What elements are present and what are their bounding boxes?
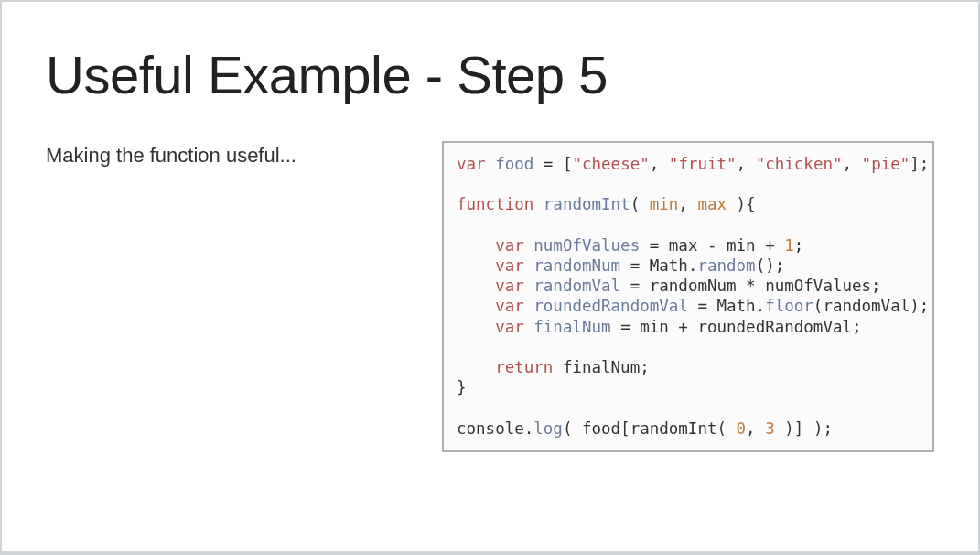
code-token: randomVal — [533, 277, 620, 295]
code-line: var roundedRandomVal = Math.floor(random… — [457, 296, 920, 316]
code-token: floor — [765, 297, 813, 315]
slide: Useful Example - Step 5 Making the funct… — [2, 2, 978, 551]
code-token: ]; — [910, 155, 929, 173]
code-line: console.log( food[randomInt( 0, 3 )] ); — [457, 419, 920, 439]
code-token: , — [843, 155, 862, 173]
code-token: var — [457, 236, 533, 255]
code-token: , — [737, 155, 756, 173]
code-line — [457, 214, 920, 234]
code-token — [457, 338, 467, 356]
code-token: "pie" — [862, 155, 910, 173]
content-row: Making the function useful... var food =… — [46, 141, 934, 452]
code-token: , — [650, 155, 669, 173]
slide-subtitle: Making the function useful... — [46, 141, 424, 169]
code-token — [457, 175, 467, 193]
code-token: randomNum — [533, 256, 620, 275]
code-line — [457, 337, 920, 357]
code-token: = Math. — [620, 256, 697, 275]
code-token: var — [457, 318, 533, 336]
code-token: console. — [457, 419, 533, 438]
code-line: } — [457, 377, 920, 397]
code-token: food — [495, 155, 533, 173]
code-token: = [ — [533, 155, 572, 173]
code-token: = min + roundedRandomVal; — [611, 318, 862, 336]
code-line: var food = ["cheese", "fruit", "chicken"… — [457, 154, 920, 174]
code-line — [457, 174, 920, 194]
code-token: min — [650, 195, 679, 213]
code-token: )] ); — [775, 419, 833, 438]
code-token: "cheese" — [572, 155, 649, 173]
code-token: = Math. — [688, 297, 765, 315]
code-block: var food = ["cheese", "fruit", "chicken"… — [442, 141, 934, 452]
code-token — [457, 215, 467, 234]
code-token: ; — [794, 236, 804, 255]
code-line: var randomVal = randomNum * numOfValues; — [457, 276, 920, 296]
code-token: 3 — [765, 419, 775, 438]
code-token: numOfValues — [533, 236, 640, 255]
code-token: 1 — [784, 236, 794, 255]
code-token — [457, 398, 467, 417]
code-token: var — [457, 277, 533, 295]
code-token: finalNum; — [563, 358, 650, 376]
code-token: var — [457, 297, 533, 315]
code-token: ( food[randomInt( — [563, 419, 737, 438]
code-token: ){ — [727, 195, 756, 213]
code-token: return — [457, 358, 563, 376]
code-token: function — [457, 195, 544, 213]
code-token: ( — [630, 195, 650, 213]
code-line: var numOfValues = max - min + 1; — [457, 235, 920, 256]
code-token: , — [746, 419, 765, 438]
code-token: (); — [756, 256, 785, 275]
code-token: var — [457, 155, 495, 173]
code-line: var randomNum = Math.random(); — [457, 256, 920, 276]
code-token: = max - min + — [640, 236, 784, 255]
code-token: } — [457, 378, 467, 397]
code-token: 0 — [737, 419, 747, 438]
code-line: var finalNum = min + roundedRandomVal; — [457, 317, 920, 337]
code-token: var — [457, 256, 533, 275]
code-token: "fruit" — [669, 155, 737, 173]
code-token: (randomVal); — [813, 297, 929, 315]
code-token: log — [533, 419, 563, 438]
code-token: "chicken" — [756, 155, 843, 173]
code-line: return finalNum; — [457, 357, 920, 377]
code-token: random — [697, 256, 755, 275]
code-token: randomInt — [544, 195, 630, 213]
slide-title: Useful Example - Step 5 — [46, 46, 934, 104]
code-token: = randomNum * numOfValues; — [620, 277, 880, 295]
code-line — [457, 397, 920, 418]
code-token: , — [678, 195, 697, 213]
code-token: finalNum — [533, 318, 610, 336]
code-token: roundedRandomVal — [533, 297, 688, 315]
code-token: max — [697, 195, 727, 213]
code-line: function randomInt( min, max ){ — [457, 194, 920, 214]
